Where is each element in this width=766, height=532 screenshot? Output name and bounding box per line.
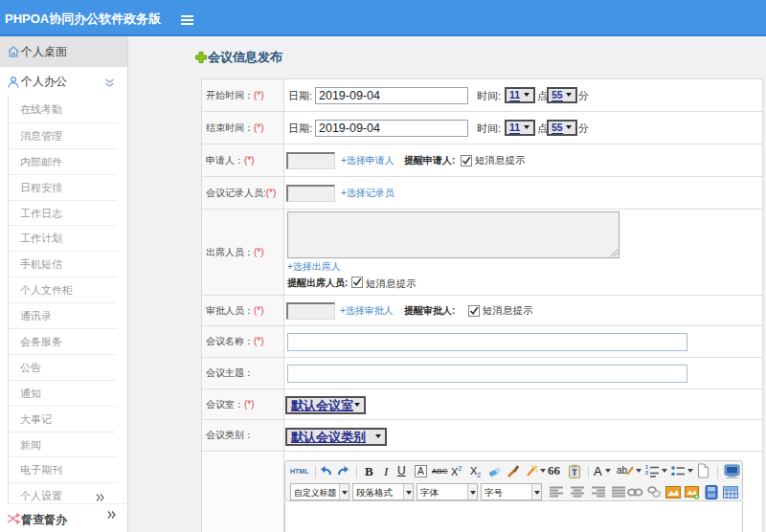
svg-text:2: 2 — [645, 470, 648, 476]
